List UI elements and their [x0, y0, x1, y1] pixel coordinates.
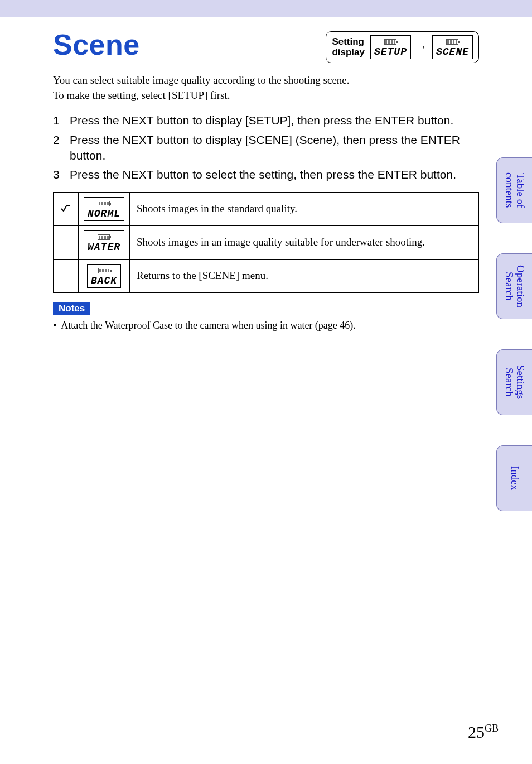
lcd-option: NORML	[84, 197, 124, 221]
check-cell	[54, 259, 79, 292]
option-code: NORML	[88, 209, 120, 219]
lcd-option: WATER	[84, 230, 124, 254]
page-num-value: 25	[468, 723, 485, 741]
table-row: WATER Shoots images in an image quality …	[54, 225, 479, 259]
notes-list: • Attach the Waterproof Case to the came…	[53, 319, 479, 333]
step-text: Press the NEXT button to display [SCENE]…	[70, 132, 479, 164]
top-gradient-band	[0, 0, 532, 17]
lcd-setup: SETUP	[370, 35, 411, 59]
option-desc: Shoots images in an image quality suitab…	[130, 225, 479, 259]
option-icon-cell: NORML	[79, 192, 130, 225]
battery-icon	[98, 201, 110, 206]
step-text: Press the NEXT button to display [SETUP]…	[70, 113, 479, 128]
option-code: BACK	[91, 276, 117, 286]
step-item: 2 Press the NEXT button to display [SCEN…	[53, 132, 479, 164]
intro-text: You can select suitable image quality ac…	[53, 73, 479, 103]
option-code: WATER	[88, 242, 120, 252]
step-number: 3	[53, 167, 61, 182]
notes-heading: Notes	[53, 302, 90, 315]
battery-icon	[446, 39, 458, 45]
tab-label: Table of contents	[503, 172, 526, 208]
check-icon	[60, 203, 71, 215]
step-item: 1 Press the NEXT button to display [SETU…	[53, 113, 479, 128]
option-icon-cell: BACK	[79, 259, 130, 292]
step-text: Press the NEXT button to select the sett…	[70, 167, 479, 182]
battery-icon	[98, 234, 110, 240]
check-cell	[54, 225, 79, 259]
page-suffix: GB	[485, 723, 499, 734]
tab-operation-search[interactable]: Operation Search	[496, 253, 532, 319]
note-text: Attach the Waterproof Case to the camera…	[61, 319, 356, 333]
setting-display-label: Setting display	[332, 37, 365, 57]
table-row: BACK Returns to the [SCENE] menu.	[54, 259, 479, 292]
battery-icon	[98, 268, 110, 273]
lcd-option: BACK	[87, 264, 121, 288]
page-title: Scene	[53, 28, 140, 61]
option-icon-cell: WATER	[79, 225, 130, 259]
lcd-scene-text: SCENE	[436, 47, 469, 57]
tab-index[interactable]: Index	[496, 445, 532, 511]
step-number: 1	[53, 113, 61, 128]
page-number: 25GB	[468, 723, 499, 742]
step-item: 3 Press the NEXT button to select the se…	[53, 167, 479, 182]
tab-table-of-contents[interactable]: Table of contents	[496, 157, 532, 223]
header-row: Scene Setting display SETUP → SCENE	[53, 28, 479, 63]
intro-line-2: To make the setting, select [SETUP] firs…	[53, 89, 230, 101]
tab-label: Settings Search	[503, 365, 526, 399]
battery-icon	[384, 39, 396, 45]
step-number: 2	[53, 132, 61, 164]
setting-display-box: Setting display SETUP → SCENE	[326, 31, 479, 63]
table-row: NORML Shoots images in the standard qual…	[54, 192, 479, 225]
check-cell	[54, 192, 79, 225]
note-item: • Attach the Waterproof Case to the came…	[53, 319, 479, 333]
intro-line-1: You can select suitable image quality ac…	[53, 74, 350, 86]
lcd-setup-text: SETUP	[374, 47, 407, 57]
page-content: Scene Setting display SETUP → SCENE You …	[0, 17, 532, 333]
option-desc: Returns to the [SCENE] menu.	[130, 259, 479, 292]
steps-list: 1 Press the NEXT button to display [SETU…	[53, 113, 479, 182]
tab-settings-search[interactable]: Settings Search	[496, 349, 532, 415]
arrow-right-icon: →	[417, 41, 427, 53]
tab-label: Operation Search	[503, 265, 526, 307]
side-nav-tabs: Table of contents Operation Search Setti…	[496, 157, 532, 511]
option-desc: Shoots images in the standard quality.	[130, 192, 479, 225]
tab-label: Index	[509, 466, 520, 490]
bullet-icon: •	[53, 319, 56, 333]
lcd-scene: SCENE	[432, 35, 473, 59]
options-table: NORML Shoots images in the standard qual…	[53, 192, 479, 293]
